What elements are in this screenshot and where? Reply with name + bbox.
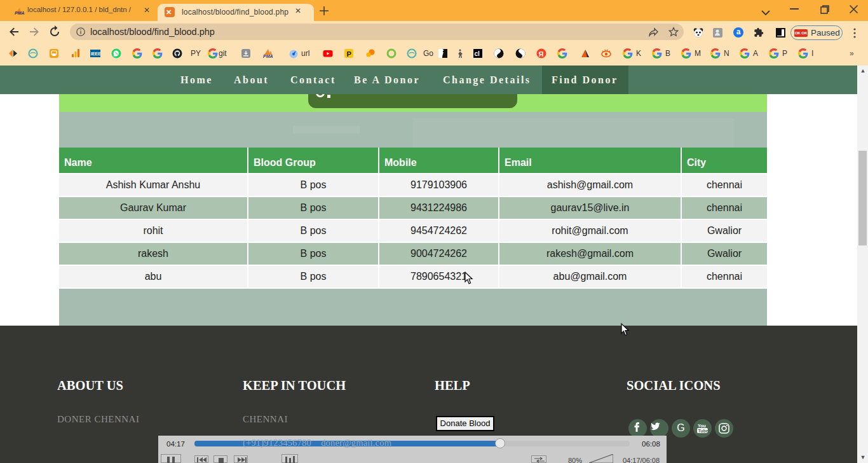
svg-text:PMA: PMA bbox=[263, 54, 273, 59]
svg-text:✕: ✕ bbox=[166, 8, 172, 16]
svg-text:PMA: PMA bbox=[15, 11, 25, 15]
svg-text:cl: cl bbox=[475, 50, 480, 57]
svg-text:Я: Я bbox=[539, 50, 544, 58]
svg-text:Tube: Tube bbox=[698, 429, 709, 433]
svg-text:You: You bbox=[698, 424, 706, 428]
svg-text:P: P bbox=[347, 50, 351, 58]
svg-text:IEEE: IEEE bbox=[91, 52, 100, 56]
